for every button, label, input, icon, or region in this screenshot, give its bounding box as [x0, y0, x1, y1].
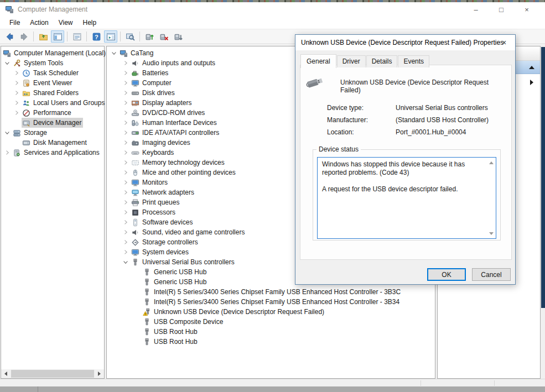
- chevron-down-icon[interactable]: [2, 58, 12, 68]
- tree-item-shared-folders[interactable]: Shared Folders: [1, 88, 104, 98]
- forward-button[interactable]: [17, 30, 30, 43]
- tree-item-unknown-usb-device-device-descriptor-req[interactable]: Unknown USB Device (Device Descriptor Re…: [107, 307, 435, 317]
- chevron-right-icon[interactable]: [121, 237, 131, 247]
- usb-icon: [142, 328, 152, 336]
- expander-spacer: [12, 138, 22, 148]
- tab-details[interactable]: Details: [366, 55, 398, 67]
- chevron-right-icon[interactable]: [121, 207, 131, 217]
- dialog-close-button[interactable]: ×: [493, 35, 515, 50]
- back-button[interactable]: [3, 30, 16, 43]
- chevron-down-icon[interactable]: [109, 48, 119, 58]
- scroll-left-button[interactable]: [1, 369, 11, 378]
- console-tree-button[interactable]: [51, 30, 64, 43]
- properties-icon: [72, 32, 82, 41]
- status-scroll-down-icon[interactable]: [489, 231, 494, 236]
- printer-icon: [131, 198, 140, 207]
- chevron-right-icon[interactable]: [12, 98, 22, 108]
- tree-item-local-users-and-groups[interactable]: Local Users and Groups: [1, 98, 104, 108]
- chevron-right-icon[interactable]: [121, 98, 131, 108]
- disable-button[interactable]: [172, 30, 185, 43]
- tree-item-usb-root-hub[interactable]: USB Root Hub: [107, 327, 435, 337]
- tree-item-device-manager[interactable]: Device Manager: [1, 118, 104, 128]
- chevron-right-icon[interactable]: [121, 138, 131, 148]
- chevron-down-icon[interactable]: [121, 257, 131, 267]
- action-pane-icon: [106, 32, 116, 41]
- chevron-right-icon[interactable]: [12, 68, 22, 78]
- chevron-right-icon[interactable]: [121, 197, 131, 207]
- usb-warning-icon: [142, 308, 152, 316]
- close-button[interactable]: ×: [514, 2, 539, 17]
- ok-button[interactable]: OK: [427, 268, 466, 281]
- tree-item-usb-composite-device[interactable]: USB Composite Device: [107, 317, 435, 327]
- minimize-button[interactable]: –: [463, 2, 489, 17]
- chevron-right-icon[interactable]: [121, 227, 131, 237]
- tree-item-intel-r-5-series-3400-series-chipset-fam[interactable]: Intel(R) 5 Series/3400 Series Chipset Fa…: [107, 297, 435, 307]
- tab-general[interactable]: General: [300, 54, 336, 68]
- properties-button[interactable]: [70, 30, 84, 43]
- chevron-right-icon[interactable]: [2, 148, 12, 158]
- chevron-right-icon[interactable]: [121, 148, 131, 158]
- update-driver-button[interactable]: [143, 30, 156, 43]
- action-pane-button[interactable]: [104, 30, 117, 43]
- chevron-right-icon[interactable]: [121, 68, 131, 78]
- console-tree: Computer Management (Local)System ToolsT…: [1, 48, 104, 158]
- chevron-down-icon[interactable]: [2, 128, 12, 138]
- horizontal-scrollbar[interactable]: [1, 369, 104, 378]
- tree-item-label: Batteries: [142, 69, 168, 77]
- expander-spacer: [132, 297, 142, 307]
- maximize-button[interactable]: □: [489, 2, 514, 17]
- chevron-right-icon[interactable]: [121, 88, 131, 98]
- chevron-right-icon[interactable]: [121, 168, 131, 177]
- tree-item-usb-root-hub[interactable]: USB Root Hub: [107, 337, 435, 347]
- scrollbar-thumb[interactable]: [11, 370, 94, 378]
- toolbar-separator: [120, 32, 121, 41]
- uninstall-button[interactable]: [157, 30, 170, 43]
- scroll-right-button[interactable]: [95, 369, 104, 378]
- chevron-right-icon[interactable]: [121, 187, 131, 197]
- tree-item-label: Task Scheduler: [33, 69, 79, 77]
- chevron-right-icon[interactable]: [12, 88, 22, 98]
- chevron-right-icon[interactable]: [121, 78, 131, 88]
- menu-action[interactable]: Action: [25, 18, 53, 28]
- tree-item-label: Storage controllers: [142, 238, 198, 246]
- chevron-right-icon[interactable]: [121, 158, 131, 168]
- export-button[interactable]: [37, 30, 50, 43]
- usb-icon: [142, 288, 152, 296]
- chevron-right-icon[interactable]: [121, 247, 131, 257]
- menu-help[interactable]: Help: [78, 18, 102, 28]
- tree-item-task-scheduler[interactable]: Task Scheduler: [1, 68, 104, 78]
- status-scroll-up-icon[interactable]: [489, 160, 494, 165]
- tab-events[interactable]: Events: [398, 55, 429, 67]
- tree-item-storage[interactable]: Storage: [1, 128, 104, 138]
- tree-item-performance[interactable]: Performance: [1, 108, 104, 118]
- help-button[interactable]: ?: [90, 30, 103, 43]
- tree-item-label: Print queues: [142, 198, 179, 206]
- tree-item-services-and-applications[interactable]: Services and Applications: [1, 148, 104, 158]
- tree-item-disk-management[interactable]: Disk Management: [1, 138, 104, 148]
- scan-button[interactable]: [123, 30, 137, 43]
- tree-item-event-viewer[interactable]: Event Viewer: [1, 78, 104, 88]
- chevron-right-icon[interactable]: [121, 58, 131, 68]
- expander-spacer: [132, 277, 142, 287]
- menu-view[interactable]: View: [54, 18, 78, 28]
- tree-item-computer-management-local[interactable]: Computer Management (Local): [1, 48, 104, 58]
- tree-item-label: Disk drives: [142, 89, 175, 97]
- tab-driver[interactable]: Driver: [337, 55, 366, 67]
- device-status-textbox[interactable]: Windows has stopped this device because …: [317, 157, 496, 239]
- chevron-right-icon[interactable]: [121, 118, 131, 128]
- tree-item-label: Computer Management (Local): [14, 49, 106, 57]
- tree-item-system-tools[interactable]: System Tools: [1, 58, 104, 68]
- chevron-right-icon[interactable]: [12, 78, 22, 88]
- window-titlebar: Computer Management – □ ×: [0, 2, 545, 17]
- chevron-right-icon[interactable]: [12, 108, 22, 118]
- toolbar-separator: [139, 32, 140, 41]
- chevron-right-icon[interactable]: [121, 177, 131, 187]
- cancel-button[interactable]: Cancel: [472, 268, 511, 281]
- collapse-section-icon[interactable]: [529, 66, 534, 69]
- chevron-right-icon[interactable]: [121, 108, 131, 118]
- chevron-right-icon[interactable]: [121, 217, 131, 227]
- expand-more-actions-icon[interactable]: [530, 80, 533, 85]
- tree-item-intel-r-5-series-3400-series-chipset-fam[interactable]: Intel(R) 5 Series/3400 Series Chipset Fa…: [107, 287, 435, 297]
- chevron-right-icon[interactable]: [121, 128, 131, 138]
- menu-file[interactable]: File: [4, 18, 25, 28]
